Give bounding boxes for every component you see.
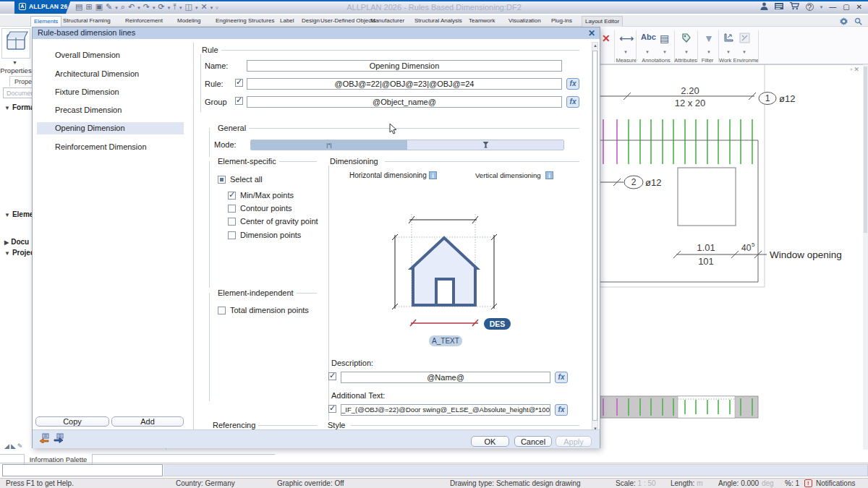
tab-modeling[interactable]: Modeling xyxy=(174,16,203,27)
tab-teamwork[interactable]: Teamwork xyxy=(466,16,498,27)
redo-icon[interactable]: ↷ xyxy=(143,2,150,11)
minimize-button[interactable]: — xyxy=(829,3,836,11)
copy-button[interactable]: Copy xyxy=(35,416,109,427)
cart-icon[interactable] xyxy=(790,2,799,12)
gear-icon[interactable] xyxy=(840,17,848,27)
list-item-opening[interactable]: Opening Dimension xyxy=(37,122,184,134)
edit-icon[interactable]: ✎ xyxy=(106,2,113,11)
group-fx-button[interactable]: fx xyxy=(566,96,579,108)
additional-text-checkbox[interactable]: ✓ xyxy=(328,405,336,413)
tree-document[interactable]: ▶Docu xyxy=(4,238,29,246)
help-icon[interactable]: ? xyxy=(806,3,814,11)
tab-structural-framing[interactable]: Structural Framing xyxy=(60,16,114,27)
filter-icon[interactable]: ▼ xyxy=(704,33,714,44)
vertical-info-icon[interactable]: i xyxy=(545,171,553,179)
maximize-button[interactable]: ▢ xyxy=(843,3,849,11)
minmax-checkbox[interactable]: ✓ xyxy=(228,192,236,200)
project-icon[interactable]: ▤ xyxy=(75,2,83,11)
cancel-button[interactable]: Cancel xyxy=(514,436,552,447)
status-angle[interactable]: Angle: 0.000 xyxy=(718,479,759,487)
user-icon[interactable] xyxy=(760,2,768,12)
horizontal-info-icon[interactable]: i xyxy=(429,171,437,179)
refresh-icon[interactable]: ⟳ xyxy=(158,2,165,11)
name-field[interactable]: Opening Dimension xyxy=(247,60,562,72)
undo-icon[interactable]: ↶ xyxy=(128,2,135,11)
add-button[interactable]: Add xyxy=(111,416,184,427)
bottom-left-icons[interactable]: ◢◣✎ xyxy=(4,442,24,450)
tab-visualization[interactable]: Visualization xyxy=(506,16,544,27)
apply-button[interactable]: Apply xyxy=(556,436,592,447)
dialog-scrollbar-thumb[interactable] xyxy=(592,51,597,421)
tab-plug-ins[interactable]: Plug-ins xyxy=(548,16,575,27)
status-scale[interactable]: Scale: 1 : 50 xyxy=(616,479,656,487)
group-field[interactable]: @Object_name@ xyxy=(247,96,562,108)
information-palette-input[interactable] xyxy=(2,464,163,476)
description-fx-button[interactable]: fx xyxy=(555,372,568,383)
mode-option-minmax[interactable]: |*| xyxy=(251,140,407,150)
save-icon[interactable]: ▣ xyxy=(95,2,103,11)
viewport-scrollbar-thumb[interactable] xyxy=(864,67,867,233)
grid-icon[interactable]: ⊞ xyxy=(85,2,93,11)
scroll-up-icon[interactable]: ▲ xyxy=(593,43,597,48)
close-button[interactable]: ✕ xyxy=(856,3,862,11)
measure-icon[interactable]: ⟷ xyxy=(619,33,634,44)
tab-label[interactable]: Label xyxy=(277,16,297,27)
zoom-icon[interactable]: ⌕ xyxy=(121,2,126,11)
rule-fx-button[interactable]: fx xyxy=(566,78,579,90)
des-badge[interactable]: DES xyxy=(484,318,511,330)
atext-badge[interactable]: A_TEXT xyxy=(429,335,462,346)
delete-icon[interactable]: ✕ xyxy=(602,33,610,44)
rule-field[interactable]: @OBJ@=22|@OBJ@=23|@OBJ@=24 xyxy=(247,78,562,90)
tag-icon[interactable] xyxy=(681,33,692,46)
tree-format[interactable]: ▼Forma xyxy=(4,103,34,111)
favorite-load-icon[interactable] xyxy=(54,433,64,446)
status-notifications[interactable]: Notifications xyxy=(816,479,855,487)
additional-text-fx-button[interactable]: fx xyxy=(555,404,568,416)
tab-reinforcement[interactable]: Reinforcement xyxy=(122,16,166,27)
status-length[interactable]: Length: m xyxy=(671,479,703,487)
search-icon[interactable] xyxy=(854,17,862,27)
mode-slider[interactable]: |*| xyxy=(250,140,564,150)
work-env2-icon[interactable] xyxy=(739,33,750,46)
palette-tab-properties[interactable]: Properties xyxy=(0,67,32,74)
mode-option-all[interactable] xyxy=(407,140,563,150)
dimension-points-checkbox[interactable] xyxy=(228,231,236,239)
gravity-checkbox[interactable] xyxy=(228,218,236,226)
list-item-overall[interactable]: Overall Dimension xyxy=(37,49,184,61)
list-item-fixture[interactable]: Fixture Dimension xyxy=(37,86,184,98)
favorite-save-icon[interactable] xyxy=(39,433,49,446)
tab-elements[interactable]: Elements xyxy=(30,16,61,27)
tab-layout-editor[interactable]: Layout Editor xyxy=(582,16,623,27)
total-dimension-checkbox[interactable] xyxy=(218,307,226,314)
group-checkbox[interactable]: ✓ xyxy=(235,97,243,105)
list-item-reinforcement[interactable]: Reinforcement Dimension xyxy=(37,141,184,153)
rule-checkbox[interactable]: ✓ xyxy=(235,79,243,87)
tools-icon[interactable]: ✕ xyxy=(200,2,208,11)
select-all-checkbox[interactable] xyxy=(218,176,226,184)
upload-icon[interactable]: ⤒ xyxy=(173,2,177,11)
toolbar-expander-icon[interactable]: ▿ xyxy=(216,5,219,10)
status-percent[interactable]: %: 1 xyxy=(785,479,799,487)
work-env-icon[interactable] xyxy=(723,33,734,46)
tab-engineering-structures[interactable]: Engineering Structures xyxy=(213,16,277,27)
notification-icon[interactable]: ! xyxy=(804,479,812,487)
tab-structural-analysis[interactable]: Structural Analysis xyxy=(412,16,465,27)
description-checkbox[interactable]: ✓ xyxy=(328,372,336,380)
tree-project[interactable]: ▼Projec xyxy=(4,249,35,257)
description-field[interactable]: @Name@ xyxy=(341,372,550,383)
palette-dropdown-icon[interactable]: ▼ xyxy=(12,60,17,65)
contour-checkbox[interactable] xyxy=(228,205,236,213)
ok-button[interactable]: OK xyxy=(471,436,509,447)
tree-element[interactable]: ▼Eleme xyxy=(4,210,33,218)
palette-tool-button[interactable] xyxy=(1,28,30,59)
dialog-close-icon[interactable]: ✕ xyxy=(588,28,595,38)
list-icon[interactable] xyxy=(775,2,783,12)
layout-icon[interactable]: ◫ xyxy=(185,2,193,11)
dialog-title[interactable]: Rule-based dimension lines xyxy=(33,27,600,39)
list-item-architectural[interactable]: Architectural Dimension xyxy=(37,68,184,80)
document-icon[interactable]: ▤ xyxy=(660,33,669,44)
additional-text-field[interactable]: _IF_(@OBJ@=22)@Door swing@_ELSE_@Absolut… xyxy=(341,404,550,416)
tab-manufacturer[interactable]: Manufacturer xyxy=(367,16,407,27)
abc-annotation-icon[interactable]: Abc xyxy=(641,33,656,41)
list-item-precast[interactable]: Precast Dimension xyxy=(37,104,184,116)
